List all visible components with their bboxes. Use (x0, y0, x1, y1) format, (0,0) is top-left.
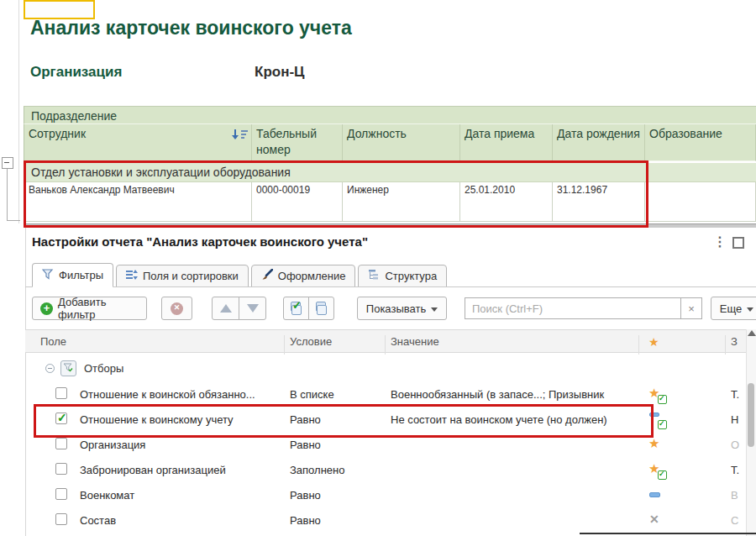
row-checkbox[interactable] (55, 463, 67, 475)
filter-header-text: С (731, 514, 738, 527)
filter-condition: Заполнено (290, 464, 344, 476)
scrollbar-up-arrow-icon[interactable] (748, 330, 756, 336)
filter-value: Военнообязанный (в запасе...; Призывник (391, 388, 604, 401)
star-check-icon[interactable] (648, 386, 665, 402)
filter-row[interactable]: Забронирован организацией Заполнено Т. (25, 457, 746, 482)
move-up-button[interactable] (212, 297, 239, 320)
grouping-tree-line (7, 168, 8, 220)
column-header-education[interactable]: Образование (645, 124, 756, 161)
grouping-tree-line-end (7, 220, 20, 221)
brush-icon (261, 269, 273, 283)
maximize-icon[interactable] (732, 237, 744, 249)
settings-tabs: Фильтры Поля и сортировки О (32, 263, 447, 287)
organization-value: Крон-Ц (255, 64, 305, 81)
cell-education[interactable] (645, 182, 756, 222)
filter-condition: Равно (290, 514, 321, 527)
tab-structure[interactable]: Структура (358, 265, 447, 287)
more-menu-icon[interactable] (713, 234, 727, 250)
filter-condition: Равно (290, 439, 321, 451)
filter-highlight-box (34, 404, 654, 438)
filters-group-label: Отборы (84, 362, 123, 375)
report-highlight-box (24, 160, 648, 228)
more-button-label: Еще (720, 302, 742, 315)
column-header-employee[interactable]: Сотрудник (24, 124, 252, 161)
header-value[interactable]: Значение (391, 335, 439, 348)
filter-funnel-icon (42, 269, 54, 282)
row-checkbox[interactable] (55, 438, 67, 449)
x-icon[interactable] (648, 512, 665, 528)
tab-filters[interactable]: Фильтры (32, 263, 113, 287)
collapse-group-toggle[interactable] (2, 157, 13, 169)
report-title: Анализ карточек воинского учета (30, 17, 352, 39)
filter-field: Военкомат (80, 489, 134, 502)
sort-ascending-icon (232, 129, 249, 145)
tab-fields-sorting[interactable]: Поля и сортировки (116, 265, 249, 287)
column-header-personnel-number[interactable]: Табельный номер (252, 124, 343, 161)
check-all-icon (291, 302, 301, 315)
filter-field: Состав (80, 514, 116, 527)
show-dropdown-button[interactable]: Показывать (357, 297, 447, 320)
tab-structure-label: Структура (385, 270, 437, 282)
row-checkbox[interactable] (55, 513, 67, 525)
tab-strip-line (25, 286, 756, 287)
filters-group-row[interactable]: Отборы (25, 356, 746, 381)
window-bottom-edge (580, 533, 756, 534)
filter-row[interactable]: Военкомат Равно В (25, 482, 746, 507)
move-down-button[interactable] (239, 297, 266, 320)
filter-header-text: Т. (731, 388, 739, 401)
selections-funnel-icon (60, 360, 76, 376)
add-plus-icon (40, 302, 53, 315)
filter-table-header: Поле Условие Значение ★ З (25, 329, 746, 353)
tab-fields-sorting-label: Поля и сортировки (143, 270, 239, 282)
column-header-hire-date[interactable]: Дата приема (460, 124, 553, 161)
more-button[interactable]: Еще (711, 297, 756, 320)
collapse-minus-icon[interactable] (45, 364, 55, 373)
fields-sort-icon (126, 269, 138, 283)
vertical-scrollbar-thumb[interactable] (748, 383, 754, 447)
organization-label: Организация (30, 64, 122, 81)
search-clear-button[interactable] (680, 297, 702, 319)
filter-header-text: В (731, 489, 738, 502)
row-checkbox[interactable] (55, 488, 67, 500)
header-title-column[interactable]: З (731, 335, 738, 348)
header-group-column[interactable]: Подразделение (24, 106, 756, 124)
filter-header-text: О (731, 439, 739, 451)
delete-filter-button[interactable] (161, 297, 192, 320)
star-icon[interactable] (648, 436, 665, 453)
row-checkbox[interactable] (55, 387, 67, 399)
filter-field: Отношение к воинской обязанно... (80, 388, 255, 401)
filter-header-text: Н (731, 413, 738, 426)
add-filter-button[interactable]: Добавить фильтр (32, 297, 147, 320)
column-header-employee-label: Сотрудник (29, 127, 86, 140)
header-condition[interactable]: Условие (290, 335, 332, 348)
settings-dialog-title: Настройки отчета "Анализ карточек воинск… (32, 234, 368, 249)
filter-field: Организация (80, 439, 145, 451)
filter-row[interactable]: Отношение к воинской обязанно... В списк… (25, 381, 746, 407)
app-window: Анализ карточек воинского учета Организа… (0, 0, 756, 536)
column-header-birth-date[interactable]: Дата рождения (553, 124, 645, 161)
search-input[interactable] (465, 297, 681, 319)
uncheck-all-button[interactable] (308, 297, 334, 320)
filter-field: Забронирован организацией (80, 464, 226, 476)
tab-appearance[interactable]: Оформление (251, 265, 356, 287)
header-field[interactable]: Поле (40, 335, 66, 348)
arrow-up-icon (220, 304, 232, 313)
check-all-button[interactable] (283, 297, 309, 320)
tab-appearance-label: Оформление (278, 270, 346, 282)
delete-cross-icon (171, 302, 183, 315)
column-header-position[interactable]: Должность (343, 124, 460, 161)
filter-condition: В списке (290, 388, 334, 401)
report-left-margin-line (18, 0, 19, 223)
add-filter-label: Добавить фильтр (58, 296, 139, 321)
show-dropdown-label: Показывать (366, 302, 426, 315)
uncheck-all-icon (317, 302, 326, 315)
structure-icon (368, 269, 380, 283)
star-check-icon[interactable] (648, 461, 665, 478)
dash-icon[interactable] (648, 486, 665, 503)
chevron-down-icon (747, 307, 753, 312)
filter-header-text: Т. (731, 464, 739, 476)
chevron-down-icon (431, 307, 438, 312)
filter-row[interactable]: Состав Равно С (25, 507, 746, 533)
filter-condition: Равно (290, 489, 321, 502)
header-star-icon[interactable]: ★ (648, 335, 659, 349)
